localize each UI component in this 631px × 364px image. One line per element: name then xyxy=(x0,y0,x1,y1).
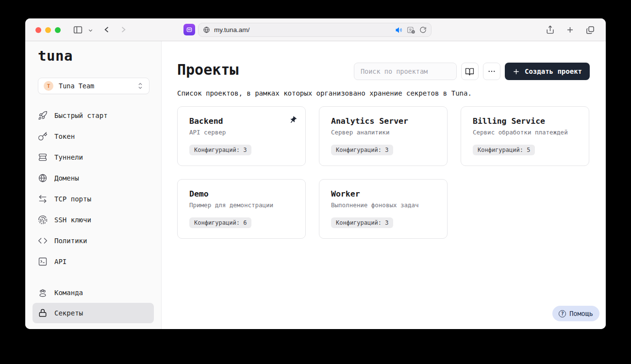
sidebar-item-domains[interactable]: Домены xyxy=(25,167,161,188)
minimize-window-button[interactable] xyxy=(45,27,51,33)
project-description: Выполнение фоновых задач xyxy=(331,201,435,209)
sidebar-item-tcp-ports[interactable]: TCP порты xyxy=(25,188,161,209)
project-title: Backend xyxy=(189,116,294,126)
sidebar-item-ssh-keys[interactable]: SSH ключи xyxy=(25,209,161,230)
browser-window: my.tuna.am/ xyxy=(25,18,606,329)
project-description: Сервер аналитики xyxy=(331,129,435,136)
globe-icon xyxy=(38,173,48,183)
sidebar-item-team[interactable]: Команда xyxy=(33,282,154,303)
rocket-icon xyxy=(38,111,48,120)
configs-badge: Конфигураций: 3 xyxy=(331,217,393,228)
create-project-button[interactable]: Создать проект xyxy=(505,63,590,80)
page-subtitle: Список проектов, в рамках которых органи… xyxy=(177,89,590,97)
traffic-lights xyxy=(35,27,61,33)
sidebar-item-label: TCP порты xyxy=(54,195,91,203)
sidebar-item-label: Домены xyxy=(54,174,79,182)
sidebar-item-label: API xyxy=(54,258,66,265)
url-bar[interactable]: my.tuna.am/ xyxy=(198,23,432,37)
fingerprint-icon xyxy=(38,215,48,225)
create-project-label: Создать проект xyxy=(525,67,582,75)
project-title: Worker xyxy=(331,189,435,199)
new-tab-icon[interactable] xyxy=(565,25,575,34)
sidebar: tuna T Tuna Team Быстрый старт xyxy=(25,41,162,329)
close-window-button[interactable] xyxy=(35,27,41,33)
team-selector[interactable]: T Tuna Team xyxy=(38,78,149,94)
forward-icon[interactable] xyxy=(118,25,128,34)
project-title: Billing Service xyxy=(473,116,577,126)
configs-badge: Конфигураций: 3 xyxy=(189,145,251,155)
sidebar-item-tunnels[interactable]: Туннели xyxy=(25,147,161,167)
screenshot-stage: my.tuna.am/ xyxy=(0,0,631,364)
project-description: Сервис обработки платеждей xyxy=(473,129,577,136)
sidebar-item-label: Туннели xyxy=(54,153,83,161)
project-card-billing-service[interactable]: Billing Service Сервис обработки платежд… xyxy=(461,106,589,166)
terminal-icon xyxy=(38,257,48,266)
tab-overview-icon[interactable] xyxy=(585,25,595,35)
team-name: Tuna Team xyxy=(59,82,94,90)
audio-playing-icon[interactable] xyxy=(395,26,403,34)
sidebar-item-label: Быстрый старт xyxy=(54,112,108,119)
browser-toolbar: my.tuna.am/ xyxy=(25,18,606,41)
url-text[interactable]: my.tuna.am/ xyxy=(214,26,391,33)
app-logo: tuna xyxy=(38,48,73,64)
project-description: Пример для демонстрации xyxy=(189,201,294,209)
tcp-ports-icon xyxy=(38,194,48,204)
project-description: API сервер xyxy=(189,129,294,136)
sidebar-item-label: SSH ключи xyxy=(54,216,91,224)
book-open-icon xyxy=(465,67,474,76)
team-avatar: T xyxy=(44,81,53,91)
project-title: Analytics Server xyxy=(331,116,435,126)
app-body: tuna T Tuna Team Быстрый старт xyxy=(25,41,606,329)
pin-icon[interactable] xyxy=(289,116,297,124)
sidebar-item-api[interactable]: API xyxy=(25,251,161,272)
sidebar-bottom-nav: Команда Секреты xyxy=(33,282,154,323)
chevron-down-icon[interactable] xyxy=(88,28,93,33)
docs-button[interactable] xyxy=(461,63,479,80)
sidebar-item-label: Токен xyxy=(54,132,75,140)
sidebar-item-policies[interactable]: Политики xyxy=(25,230,161,251)
main-content: Проекты xyxy=(162,41,606,329)
header-controls: Создать проект xyxy=(354,63,590,80)
sidebar-item-secrets[interactable]: Секреты xyxy=(33,303,154,323)
project-card-analytics-server[interactable]: Analytics Server Сервер аналитики Конфиг… xyxy=(319,106,448,166)
question-circle-icon: ? xyxy=(559,310,566,317)
projects-search-input[interactable] xyxy=(354,63,457,80)
project-card-demo[interactable]: Demo Пример для демонстрации Конфигураци… xyxy=(177,179,306,239)
team-icon xyxy=(38,288,48,298)
sidebar-toggle-icon[interactable] xyxy=(73,25,83,35)
sidebar-item-quick-start[interactable]: Быстрый старт xyxy=(25,105,161,126)
sidebar-item-label: Политики xyxy=(54,237,87,245)
chevron-up-down-icon xyxy=(137,82,144,90)
globe-site-icon xyxy=(203,26,210,33)
back-icon[interactable] xyxy=(102,25,112,34)
key-icon xyxy=(38,132,48,141)
more-actions-button[interactable] xyxy=(483,63,500,80)
sidebar-item-label: Команда xyxy=(54,289,83,297)
sidebar-nav: Быстрый старт Токен Туннели xyxy=(25,105,161,272)
reload-icon[interactable] xyxy=(419,26,427,33)
ellipsis-icon xyxy=(487,67,496,76)
configs-badge: Конфигураций: 6 xyxy=(189,217,251,228)
share-icon[interactable] xyxy=(546,25,555,35)
projects-grid: Backend API сервер Конфигураций: 3 Analy… xyxy=(177,106,590,239)
configs-badge: Конфигураций: 5 xyxy=(473,145,535,155)
project-title: Demo xyxy=(189,189,294,199)
code-icon xyxy=(38,236,48,246)
sidebar-item-token[interactable]: Токен xyxy=(25,126,161,147)
translate-unavailable-icon[interactable] xyxy=(407,26,415,34)
help-label: Помощь xyxy=(569,310,593,317)
project-card-backend[interactable]: Backend API сервер Конфигураций: 3 xyxy=(177,106,306,166)
lock-icon xyxy=(38,308,48,318)
zoom-window-button[interactable] xyxy=(55,27,61,33)
plus-icon xyxy=(513,68,520,75)
help-button[interactable]: ? Помощь xyxy=(552,306,599,321)
extension-icon[interactable] xyxy=(183,24,195,35)
configs-badge: Конфигураций: 3 xyxy=(331,145,393,155)
sidebar-item-label: Секреты xyxy=(54,309,83,317)
tunnels-icon xyxy=(38,152,48,162)
project-card-worker[interactable]: Worker Выполнение фоновых задач Конфигур… xyxy=(319,179,448,239)
